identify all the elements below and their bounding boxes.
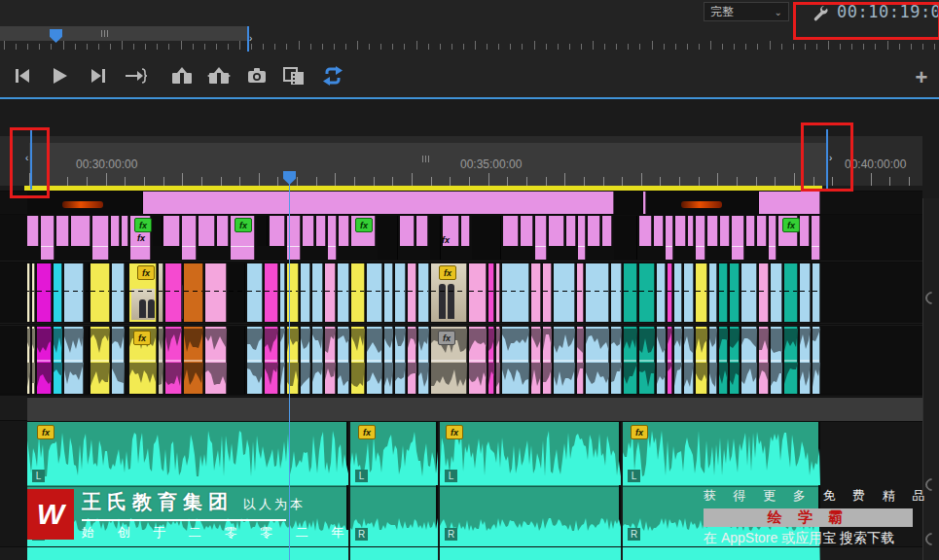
clip[interactable] (461, 216, 470, 246)
play-to-out-button[interactable] (121, 62, 150, 89)
audio-clip[interactable] (280, 327, 285, 395)
audio-clip[interactable] (384, 327, 393, 395)
clip[interactable] (813, 263, 820, 322)
clip[interactable] (531, 263, 541, 322)
audio-clip[interactable] (408, 327, 416, 395)
clip[interactable] (624, 263, 637, 322)
clip[interactable] (535, 216, 547, 260)
clip[interactable] (757, 216, 767, 246)
clip[interactable] (182, 216, 197, 260)
clip[interactable] (578, 216, 586, 260)
audio-clip[interactable] (759, 327, 769, 395)
clip[interactable] (741, 263, 757, 322)
clip[interactable] (339, 216, 349, 246)
clip[interactable] (684, 263, 694, 322)
clip[interactable] (395, 263, 406, 322)
audio-clip[interactable] (54, 327, 62, 395)
mini-timeline-thumb[interactable] (0, 26, 247, 41)
clip[interactable] (301, 263, 310, 322)
audio-clip[interactable] (586, 327, 609, 395)
audio-clip[interactable] (554, 327, 575, 395)
clip[interactable] (143, 192, 614, 214)
clip[interactable] (27, 263, 30, 322)
clip[interactable] (577, 263, 584, 322)
clip[interactable] (247, 263, 263, 322)
clip[interactable] (696, 263, 707, 322)
audio-clip[interactable] (674, 327, 682, 395)
clip[interactable] (488, 263, 494, 322)
clip[interactable] (312, 263, 323, 322)
clip[interactable] (784, 263, 798, 322)
clip[interactable] (111, 216, 120, 246)
playback-resolution-dropdown[interactable]: 完整 ⌄ (704, 2, 789, 21)
clip[interactable] (611, 263, 622, 322)
audio-clip[interactable] (159, 327, 163, 395)
timeline-ruler[interactable]: 00:30:00:0000:35:00:0000:40:00:00 (0, 136, 922, 186)
clip[interactable] (122, 216, 128, 246)
audio-clip[interactable] (684, 327, 694, 395)
clip[interactable] (159, 263, 163, 322)
audio-clip[interactable] (205, 327, 227, 395)
audio-clip[interactable] (112, 327, 125, 395)
audio-clip[interactable]: LR (440, 421, 621, 546)
clip[interactable] (586, 263, 609, 322)
audio-clip[interactable] (312, 327, 323, 395)
clip[interactable] (709, 263, 717, 322)
audio-clip[interactable] (502, 327, 529, 395)
clip[interactable] (418, 263, 429, 322)
clip[interactable] (92, 216, 109, 260)
step-back-button[interactable] (8, 62, 37, 89)
clip[interactable] (732, 216, 744, 260)
clip[interactable] (229, 263, 245, 322)
clip[interactable] (56, 216, 69, 246)
clip[interactable] (112, 263, 125, 322)
audio-clip[interactable] (624, 327, 637, 395)
clip[interactable] (469, 263, 487, 322)
clip[interactable] (707, 216, 718, 246)
audio-clip[interactable] (730, 327, 740, 395)
audio-clip[interactable] (543, 327, 552, 395)
audio-clip[interactable] (86, 327, 90, 395)
clip[interactable] (771, 263, 782, 322)
clip[interactable] (384, 263, 393, 322)
clip[interactable] (746, 216, 755, 246)
clip[interactable] (674, 263, 682, 322)
clip[interactable] (54, 263, 62, 322)
clip[interactable] (351, 263, 365, 322)
extract-button[interactable] (204, 62, 234, 89)
export-frame-button[interactable] (242, 62, 271, 89)
lift-button[interactable] (167, 62, 197, 89)
clip[interactable] (639, 216, 652, 246)
clip[interactable] (325, 263, 336, 322)
clip[interactable] (696, 216, 705, 260)
clip[interactable] (639, 263, 655, 322)
clip[interactable] (566, 216, 576, 246)
clip[interactable] (602, 216, 612, 246)
clip[interactable] (800, 216, 810, 246)
audio-clip[interactable] (229, 327, 245, 395)
clip[interactable] (719, 263, 728, 322)
sync-button[interactable] (318, 62, 347, 89)
clip[interactable] (90, 263, 110, 322)
audio-clip[interactable] (325, 327, 336, 395)
audio-clip[interactable] (800, 327, 811, 395)
audio-clip[interactable] (247, 327, 263, 395)
audio-clip[interactable] (784, 327, 798, 395)
audio-clip[interactable] (37, 327, 52, 395)
audio-clip[interactable] (265, 327, 278, 395)
audio-clip[interactable] (577, 327, 584, 395)
clip[interactable] (675, 216, 686, 246)
clip[interactable] (199, 216, 215, 246)
clip[interactable] (416, 216, 428, 246)
ruler-grip-icon[interactable] (422, 156, 429, 162)
clip[interactable] (496, 263, 500, 322)
clip[interactable] (666, 216, 673, 260)
clip[interactable] (549, 216, 564, 246)
clip[interactable] (316, 216, 326, 246)
clip[interactable] (730, 263, 740, 322)
audio-clip[interactable] (351, 327, 365, 395)
audio-clip[interactable] (32, 327, 35, 395)
audio-clip[interactable] (27, 327, 30, 395)
clip[interactable] (328, 216, 337, 260)
clip[interactable] (338, 263, 349, 322)
